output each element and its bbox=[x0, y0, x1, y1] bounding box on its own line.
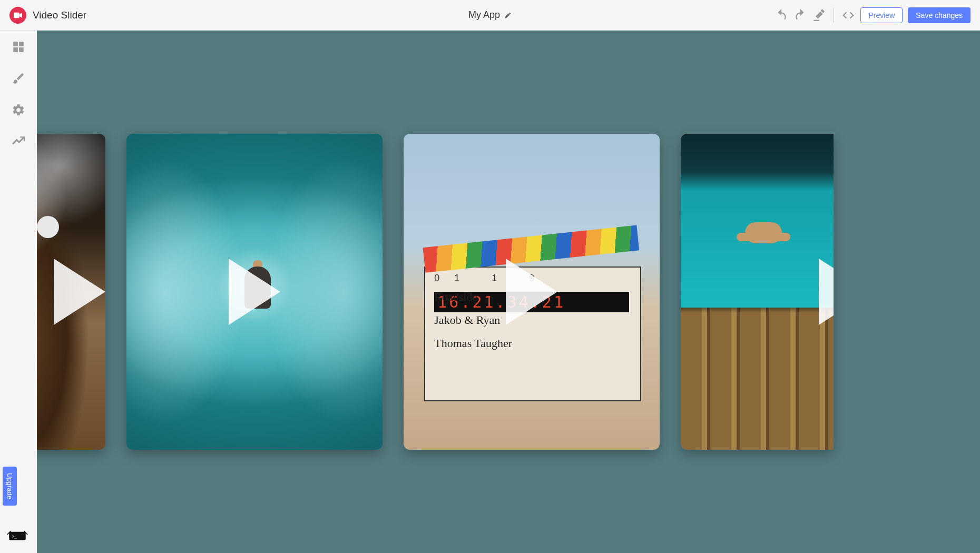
top-bar: Video Slider My App Preview Save changes bbox=[0, 0, 980, 31]
app-name: My App bbox=[468, 9, 500, 21]
video-card[interactable] bbox=[37, 134, 105, 450]
play-button[interactable] bbox=[43, 255, 105, 329]
play-button[interactable] bbox=[495, 255, 569, 329]
upgrade-button[interactable]: Upgrade bbox=[3, 467, 17, 506]
edit-icon[interactable] bbox=[504, 12, 512, 19]
code-icon[interactable] bbox=[841, 8, 855, 22]
canvas[interactable]: 01 1 9 16.21.34.21 Roadside Jakob & Ryan… bbox=[37, 31, 980, 553]
svg-text:>_: >_ bbox=[12, 534, 17, 539]
save-changes-button[interactable]: Save changes bbox=[908, 7, 971, 23]
top-bar-center: My App bbox=[468, 9, 512, 21]
gear-icon[interactable] bbox=[12, 103, 25, 117]
toolbar-divider bbox=[834, 8, 834, 23]
body-row: Upgrade >_ 01 1 9 16.21.34. bbox=[0, 31, 980, 553]
play-button[interactable] bbox=[808, 255, 834, 329]
app-logo-icon[interactable] bbox=[9, 7, 26, 24]
left-sidebar: Upgrade >_ bbox=[0, 31, 37, 553]
svg-rect-0 bbox=[14, 12, 19, 18]
top-bar-right: Preview Save changes bbox=[775, 7, 971, 23]
video-card[interactable] bbox=[126, 134, 383, 450]
video-card[interactable]: 01 1 9 16.21.34.21 Roadside Jakob & Ryan… bbox=[404, 134, 660, 450]
play-button[interactable] bbox=[218, 255, 291, 329]
grid-icon[interactable] bbox=[12, 40, 25, 54]
top-bar-left: Video Slider bbox=[9, 7, 86, 24]
undo-icon[interactable] bbox=[775, 8, 788, 22]
terminal-icon[interactable]: >_ bbox=[6, 528, 28, 544]
brush-icon[interactable] bbox=[12, 72, 25, 85]
video-slider-track[interactable]: 01 1 9 16.21.34.21 Roadside Jakob & Ryan… bbox=[37, 134, 834, 450]
analytics-icon[interactable] bbox=[12, 135, 25, 149]
video-card[interactable] bbox=[681, 134, 834, 450]
preview-button[interactable]: Preview bbox=[860, 7, 903, 23]
page-title: Video Slider bbox=[33, 9, 86, 21]
gavel-icon[interactable] bbox=[812, 8, 826, 22]
redo-icon[interactable] bbox=[793, 8, 807, 22]
slate-line: Thomas Taugher bbox=[434, 332, 629, 355]
